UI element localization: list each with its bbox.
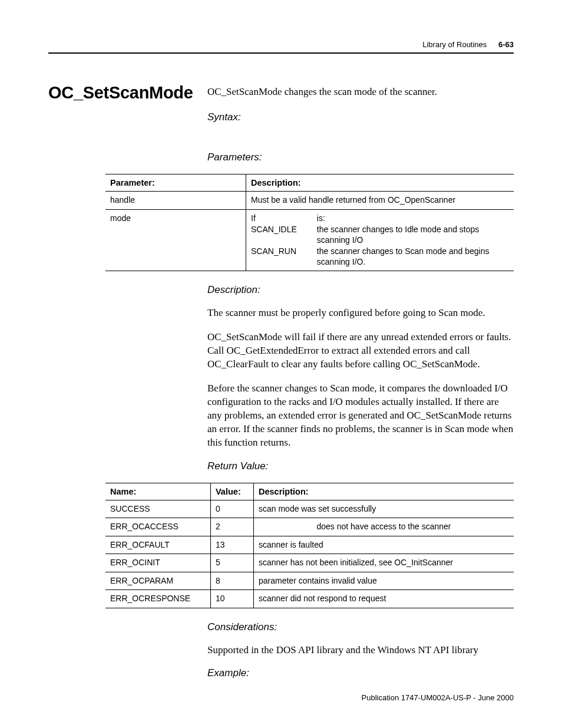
rv-desc: scanner has not been initialized, see OC… bbox=[254, 554, 514, 572]
rv-value: 5 bbox=[211, 554, 254, 572]
running-header: Library of Routines 6-63 bbox=[48, 40, 514, 49]
rv-desc: scanner did not respond to request bbox=[254, 590, 514, 608]
table-row: ERR_OCACCESS 2 does not have access to t… bbox=[105, 518, 514, 536]
rv-name: SUCCESS bbox=[105, 500, 211, 518]
footer-publication: Publication 1747-UM002A-US-P - June 2000 bbox=[362, 693, 514, 702]
table-row: ERR_OCFAULT 13 scanner is faulted bbox=[105, 536, 514, 554]
mode-desc: the scanner changes to Scan mode and beg… bbox=[317, 246, 509, 267]
table-row: ERR_OCINIT 5 scanner has not been initia… bbox=[105, 554, 514, 572]
description-label: Description: bbox=[207, 284, 514, 296]
header-pagenum: 6-63 bbox=[498, 40, 514, 49]
mode-is-label: is: bbox=[317, 213, 509, 224]
table-header-row: Parameter: Description: bbox=[105, 174, 514, 192]
col-parameter: Parameter: bbox=[105, 174, 246, 192]
header-rule bbox=[48, 52, 514, 54]
table-row: mode If is: SCAN_IDLE the scanner change… bbox=[105, 209, 514, 271]
return-value-table: Name: Value: Description: SUCCESS 0 scan… bbox=[105, 483, 514, 608]
rv-value: 2 bbox=[211, 518, 254, 536]
mode-desc: the scanner changes to Idle mode and sto… bbox=[317, 225, 509, 245]
rv-name: ERR_OCRESPONSE bbox=[105, 590, 211, 608]
table-row: SUCCESS 0 scan mode was set successfully bbox=[105, 500, 514, 518]
mode-if-label: If bbox=[251, 213, 297, 224]
return-value-label: Return Value: bbox=[207, 460, 514, 472]
param-name: mode bbox=[105, 209, 246, 271]
param-desc-mode: If is: SCAN_IDLE the scanner changes to … bbox=[246, 209, 514, 271]
description-paragraph: Before the scanner changes to Scan mode,… bbox=[207, 382, 514, 450]
rv-desc: does not have access to the scanner bbox=[254, 518, 514, 536]
considerations-paragraph: Supported in the DOS API library and the… bbox=[207, 644, 514, 657]
table-header-row: Name: Value: Description: bbox=[105, 483, 514, 500]
col-value: Value: bbox=[211, 483, 254, 500]
parameters-table: Parameter: Description: handle Must be a… bbox=[105, 174, 514, 271]
rv-value: 8 bbox=[211, 572, 254, 590]
description-paragraph: OC_SetScanMode will fail if there are an… bbox=[207, 331, 514, 371]
param-name: handle bbox=[105, 192, 246, 210]
table-row: ERR_OCPARAM 8 parameter contains invalid… bbox=[105, 572, 514, 590]
example-label: Example: bbox=[207, 667, 514, 679]
considerations-label: Considerations: bbox=[207, 621, 514, 633]
rv-name: ERR_OCPARAM bbox=[105, 572, 211, 590]
rv-value: 13 bbox=[211, 536, 254, 554]
syntax-label: Syntax: bbox=[207, 111, 514, 123]
col-description: Description: bbox=[246, 174, 514, 192]
table-row: ERR_OCRESPONSE 10 scanner did not respon… bbox=[105, 590, 514, 608]
mode-code: SCAN_IDLE bbox=[251, 225, 297, 245]
col-name: Name: bbox=[105, 483, 211, 500]
col-description: Description: bbox=[254, 483, 514, 500]
intro-paragraph: OC_SetScanMode changes the scan mode of … bbox=[207, 85, 514, 98]
rv-desc: scanner is faulted bbox=[254, 536, 514, 554]
mode-code: SCAN_RUN bbox=[251, 246, 297, 267]
rv-name: ERR_OCINIT bbox=[105, 554, 211, 572]
rv-name: ERR_OCACCESS bbox=[105, 518, 211, 536]
description-paragraph: The scanner must be properly configured … bbox=[207, 307, 514, 320]
rv-value: 10 bbox=[211, 590, 254, 608]
rv-value: 0 bbox=[211, 500, 254, 518]
rv-name: ERR_OCFAULT bbox=[105, 536, 211, 554]
rv-desc: scan mode was set successfully bbox=[254, 500, 514, 518]
parameters-label: Parameters: bbox=[207, 151, 514, 163]
rv-desc: parameter contains invalid value bbox=[254, 572, 514, 590]
header-section: Library of Routines bbox=[422, 40, 487, 49]
param-desc: Must be a valid handle returned from OC_… bbox=[246, 192, 514, 210]
table-row: handle Must be a valid handle returned f… bbox=[105, 192, 514, 210]
page-title: OC_SetScanMode bbox=[48, 83, 207, 103]
